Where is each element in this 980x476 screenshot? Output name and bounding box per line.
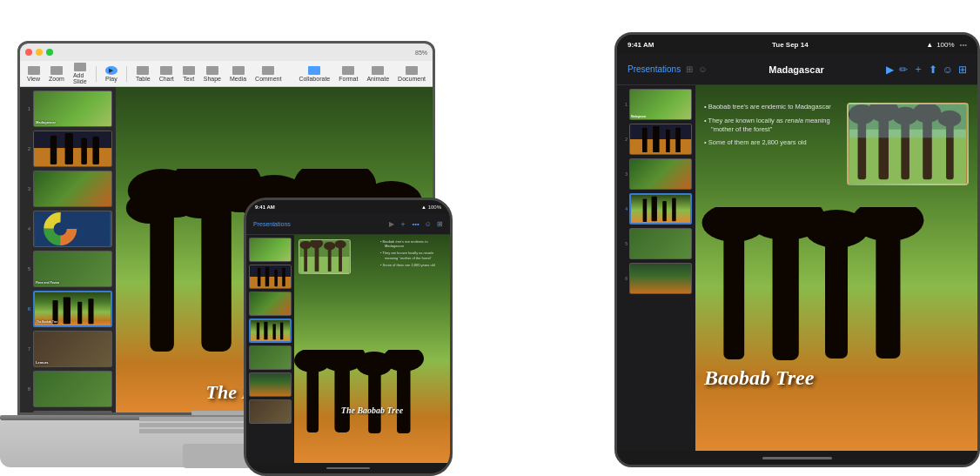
toolbar-media[interactable]: Media xyxy=(230,66,246,82)
ipad-emoji-icon[interactable]: ☺ xyxy=(698,64,707,74)
iphone-main-canvas[interactable]: • Baobab tree's are endemic to Madagasca… xyxy=(294,235,450,463)
minimize-button[interactable] xyxy=(36,49,43,56)
toolbar-divider xyxy=(96,66,97,82)
iphone-more-icon[interactable]: ••• xyxy=(412,220,419,228)
ipad-toolbar: Presentations ⊞ ☺ Madagascar ▶ ✏ ＋ ⬆ ☺ ⊞ xyxy=(617,54,977,85)
toolbar-zoom[interactable]: Zoom xyxy=(49,66,64,82)
ipad-time: 9:41 AM xyxy=(628,41,654,49)
macbook-menu-bar: 85% xyxy=(20,44,433,61)
iphone-play-icon[interactable]: ▶ xyxy=(389,220,394,228)
svg-rect-39 xyxy=(662,201,667,221)
svg-rect-71 xyxy=(280,323,283,340)
iphone-slide-6[interactable] xyxy=(249,372,292,397)
ipad-share-icon[interactable]: ⬆ xyxy=(929,64,937,76)
ipad-slide-3[interactable]: 3 xyxy=(621,158,692,190)
home-bar xyxy=(762,457,832,459)
close-button[interactable] xyxy=(25,49,32,56)
ipad-slide-4-active[interactable]: 4 xyxy=(621,193,692,225)
toolbar-document[interactable]: Document xyxy=(398,66,426,82)
svg-point-75 xyxy=(300,241,312,250)
svg-rect-38 xyxy=(652,197,657,221)
ipad-view-icon[interactable]: ⊞ xyxy=(686,64,693,74)
iphone-content: • Baobab tree's are endemic to Madagasca… xyxy=(246,235,450,463)
macbook-slide-6-active[interactable]: 6 The Baobab Tree xyxy=(23,291,112,327)
ipad-status-right: ▲ 100% xyxy=(926,41,954,49)
iphone-bullet-2: • They are known locally as renala meani… xyxy=(380,251,446,259)
macbook-slide-3[interactable]: 3 xyxy=(23,171,112,207)
ipad-grid-icon[interactable]: ⊞ xyxy=(958,64,967,76)
maximize-button[interactable] xyxy=(46,49,53,56)
toolbar-divider2 xyxy=(126,66,127,82)
svg-rect-34 xyxy=(653,126,659,152)
svg-rect-35 xyxy=(666,130,670,152)
bullet-1: • Baobab tree's are endemic to Madagasca… xyxy=(704,103,843,111)
iphone-slide-bullets: • Baobab tree's are endemic to Madagasca… xyxy=(380,239,446,270)
svg-point-79 xyxy=(324,242,335,251)
wifi-icon: ▲ xyxy=(926,41,933,49)
ipad-main-canvas[interactable]: • Baobab tree's are endemic to Madagasca… xyxy=(695,85,977,451)
iphone-grid-icon[interactable]: ⊞ xyxy=(437,220,443,228)
macbook-slide-4[interactable]: 4 xyxy=(23,211,112,247)
iphone-slide-5[interactable] xyxy=(249,345,292,370)
ipad-slide-5[interactable]: 5 xyxy=(621,228,692,259)
iphone-bullet-1: • Baobab tree's are endemic to Madagasca… xyxy=(380,239,446,248)
ipad-emoji2-icon[interactable]: ☺ xyxy=(943,64,953,76)
toolbar-table[interactable]: Table xyxy=(136,66,151,82)
iphone-slide-photo xyxy=(299,239,351,274)
svg-rect-2 xyxy=(50,136,57,164)
macbook-slide-7[interactable]: 7 Lemurs xyxy=(23,331,112,367)
toolbar-play[interactable]: ▶ Play xyxy=(105,66,117,82)
ipad-pencil-icon[interactable]: ✏ xyxy=(899,64,908,76)
iphone-slide-1[interactable] xyxy=(249,238,292,262)
iphone-slide-4-active[interactable] xyxy=(249,318,292,343)
iphone-home-indicator xyxy=(246,463,450,473)
toolbar-shape[interactable]: Shape xyxy=(204,66,221,82)
ipad-add-icon[interactable]: ＋ xyxy=(913,62,923,77)
zoom-level: 85% xyxy=(415,50,427,56)
iphone-presentations-button[interactable]: Presentations xyxy=(253,221,291,227)
toolbar-format[interactable]: Format xyxy=(339,66,358,82)
ipad-slide-1[interactable]: 1 Madagascar xyxy=(621,89,692,120)
svg-rect-53 xyxy=(849,104,966,137)
macbook-slide-5[interactable]: 5 Flora and Fauna xyxy=(23,251,112,287)
ipad-presentations-button[interactable]: Presentations xyxy=(628,64,681,74)
ipad-play-icon[interactable]: ▶ xyxy=(886,64,894,76)
macbook-slide-panel: 1 Madagascar 2 xyxy=(20,87,116,412)
macbook-slide-8[interactable]: 8 xyxy=(23,371,112,407)
ipad-slide-bullets: • Baobab tree's are endemic to Madagasca… xyxy=(704,103,843,152)
more-options-icon[interactable]: ••• xyxy=(960,41,967,49)
ipad-slide-title: Baobab Tree xyxy=(704,366,814,390)
svg-point-81 xyxy=(334,240,346,249)
toolbar-add-slide[interactable]: Add Slide xyxy=(73,63,87,84)
toolbar-chart[interactable]: Chart xyxy=(159,66,174,82)
macbook-toolbar: View Zoom Add Slide ▶ Play xyxy=(20,61,433,87)
macbook-slide-1[interactable]: 1 Madagascar xyxy=(23,91,112,127)
svg-rect-4 xyxy=(81,138,87,164)
ipad-home-indicator xyxy=(617,451,977,465)
svg-rect-32 xyxy=(630,139,691,154)
ipad-slide-6[interactable]: 6 xyxy=(621,263,692,294)
toolbar-animate[interactable]: Animate xyxy=(366,66,389,82)
iphone-slide-7[interactable] xyxy=(249,399,292,424)
iphone-add-icon[interactable]: ＋ xyxy=(399,219,406,229)
bullet-2: • They are known locally as renala meani… xyxy=(704,117,843,134)
ipad-presentation-title: Madagascar xyxy=(714,64,878,75)
iphone-slide-2[interactable] xyxy=(249,265,292,289)
iphone-slide-3[interactable] xyxy=(249,292,292,316)
svg-rect-67 xyxy=(282,268,285,286)
ipad-slide-2[interactable]: 2 xyxy=(621,124,692,155)
iphone-body: 9:41 AM ▲ 100% Presentations ▶ ＋ ••• ☺ ⊞ xyxy=(244,198,453,476)
toolbar-view[interactable]: View xyxy=(27,66,40,82)
svg-rect-70 xyxy=(272,324,275,339)
ipad-content: 1 Madagascar 2 xyxy=(617,85,977,451)
svg-rect-36 xyxy=(675,128,681,152)
iphone-battery: ▲ 100% xyxy=(421,204,441,210)
ipad-date: Tue Sep 14 xyxy=(654,41,926,49)
iphone-share-icon[interactable]: ☺ xyxy=(425,220,432,228)
macbook-slide-9[interactable]: 9 Ostrich xyxy=(23,411,112,412)
ipad-slide-panel: 1 Madagascar 2 xyxy=(617,85,695,451)
toolbar-collaborate[interactable]: Collaborate xyxy=(299,66,330,82)
macbook-slide-2[interactable]: 2 xyxy=(23,131,112,167)
toolbar-text[interactable]: Text xyxy=(183,66,195,82)
toolbar-comment[interactable]: Comment xyxy=(255,66,281,82)
